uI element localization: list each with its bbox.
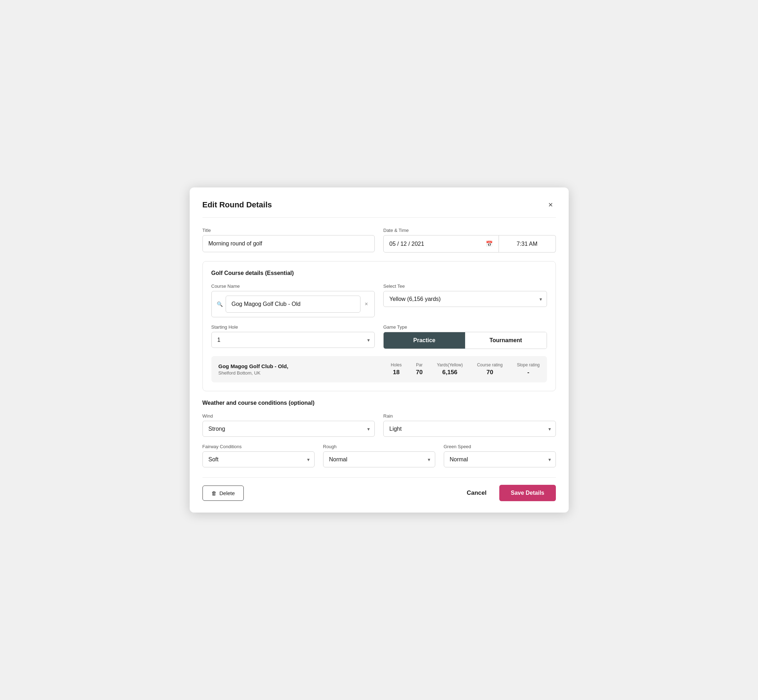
cancel-button[interactable]: Cancel <box>459 485 493 501</box>
trash-icon: 🗑 <box>211 490 217 496</box>
conditions-section: Weather and course conditions (optional)… <box>202 400 556 467</box>
course-info-row: Gog Magog Golf Club - Old, Shelford Bott… <box>211 356 547 382</box>
date-value: 05 / 12 / 2021 <box>389 241 424 247</box>
starting-hole-container: 1 2 3 4 5 6 7 8 9 10 ▾ <box>211 332 375 348</box>
holes-value: 18 <box>391 369 402 376</box>
slope-rating-stat: Slope rating - <box>517 362 539 376</box>
holes-label: Holes <box>391 362 402 367</box>
course-info-name: Gog Magog Golf Club - Old, <box>219 363 377 369</box>
game-type-field-group: Game Type Practice Tournament <box>383 324 547 349</box>
wind-select-container: Calm Light Moderate Strong Very Strong ▾ <box>202 421 375 437</box>
calendar-icon: 📅 <box>486 241 493 247</box>
course-details-section: Golf Course details (Essential) Course N… <box>202 261 556 391</box>
wind-rain-row: Wind Calm Light Moderate Strong Very Str… <box>202 413 556 437</box>
fairway-field-group: Fairway Conditions Firm Normal Soft Wet … <box>202 444 315 467</box>
rain-select-container: None Light Moderate Heavy ▾ <box>383 421 556 437</box>
course-section-title: Golf Course details (Essential) <box>211 270 547 277</box>
green-speed-select-container: Slow Normal Fast Very Fast ▾ <box>444 452 556 467</box>
course-name-field-group: Course Name 🔍 × <box>211 283 375 317</box>
select-tee-dropdown[interactable]: Yellow (6,156 yards) White Red Blue <box>383 291 547 307</box>
delete-button[interactable]: 🗑 Delete <box>202 486 244 501</box>
starting-hole-field-group: Starting Hole 1 2 3 4 5 6 7 8 9 10 ▾ <box>211 324 375 349</box>
conditions-title: Weather and course conditions (optional) <box>202 400 556 406</box>
title-field-group: Title <box>202 228 375 253</box>
conditions-three-col: Fairway Conditions Firm Normal Soft Wet … <box>202 444 556 467</box>
date-input[interactable]: 05 / 12 / 2021 📅 <box>383 235 499 253</box>
top-row: Title Date & Time 05 / 12 / 2021 📅 7:31 … <box>202 228 556 253</box>
course-info-location: Shelford Bottom, UK <box>219 370 377 376</box>
rough-label: Rough <box>323 444 435 449</box>
course-rating-stat: Course rating 70 <box>477 362 503 376</box>
date-time-field-group: Date & Time 05 / 12 / 2021 📅 7:31 AM <box>383 228 556 253</box>
course-name-block: Gog Magog Golf Club - Old, Shelford Bott… <box>219 363 377 376</box>
yards-label: Yards(Yellow) <box>437 362 463 367</box>
slope-rating-label: Slope rating <box>517 362 539 367</box>
hole-gametype-row: Starting Hole 1 2 3 4 5 6 7 8 9 10 ▾ <box>211 324 547 349</box>
title-label: Title <box>202 228 375 233</box>
edit-round-modal: Edit Round Details × Title Date & Time 0… <box>190 188 568 512</box>
rough-field-group: Rough Short Normal Long ▾ <box>323 444 435 467</box>
search-icon: 🔍 <box>217 301 223 307</box>
course-name-input-wrap[interactable]: 🔍 × <box>211 291 375 317</box>
footer-row: 🗑 Delete Cancel Save Details <box>202 477 556 501</box>
save-button[interactable]: Save Details <box>499 485 556 501</box>
green-speed-field-group: Green Speed Slow Normal Fast Very Fast ▾ <box>444 444 556 467</box>
par-label: Par <box>416 362 423 367</box>
course-rating-value: 70 <box>477 369 503 376</box>
fairway-dropdown[interactable]: Firm Normal Soft Wet <box>202 452 315 467</box>
fairway-label: Fairway Conditions <box>202 444 315 449</box>
rain-label: Rain <box>383 413 556 419</box>
rain-dropdown[interactable]: None Light Moderate Heavy <box>383 421 556 437</box>
course-name-label: Course Name <box>211 283 375 289</box>
green-speed-label: Green Speed <box>444 444 556 449</box>
holes-stat: Holes 18 <box>391 362 402 376</box>
slope-rating-value: - <box>517 369 539 376</box>
select-tee-field-group: Select Tee Yellow (6,156 yards) White Re… <box>383 283 547 317</box>
date-time-row: 05 / 12 / 2021 📅 7:31 AM <box>383 235 556 253</box>
game-type-label: Game Type <box>383 324 547 330</box>
footer-right: Cancel Save Details <box>459 485 556 501</box>
par-stat: Par 70 <box>416 362 423 376</box>
date-time-label: Date & Time <box>383 228 556 233</box>
modal-title: Edit Round Details <box>202 200 272 209</box>
wind-field-group: Wind Calm Light Moderate Strong Very Str… <box>202 413 375 437</box>
select-tee-label: Select Tee <box>383 283 547 289</box>
delete-label: Delete <box>219 490 235 496</box>
wind-label: Wind <box>202 413 375 419</box>
course-rating-label: Course rating <box>477 362 503 367</box>
modal-header: Edit Round Details × <box>202 199 556 218</box>
title-input[interactable] <box>202 235 375 252</box>
time-input[interactable]: 7:31 AM <box>499 235 556 253</box>
par-value: 70 <box>416 369 423 376</box>
yards-stat: Yards(Yellow) 6,156 <box>437 362 463 376</box>
wind-dropdown[interactable]: Calm Light Moderate Strong Very Strong <box>202 421 375 437</box>
rough-select-container: Short Normal Long ▾ <box>323 452 435 467</box>
green-speed-dropdown[interactable]: Slow Normal Fast Very Fast <box>444 452 556 467</box>
course-name-input[interactable] <box>226 295 360 312</box>
time-value: 7:31 AM <box>517 241 538 247</box>
yards-value: 6,156 <box>437 369 463 376</box>
close-button[interactable]: × <box>545 199 556 211</box>
rough-dropdown[interactable]: Short Normal Long <box>323 452 435 467</box>
starting-hole-dropdown[interactable]: 1 2 3 4 5 6 7 8 9 10 <box>211 332 375 348</box>
clear-course-button[interactable]: × <box>363 301 370 307</box>
select-tee-container: Yellow (6,156 yards) White Red Blue ▾ <box>383 291 547 307</box>
fairway-select-container: Firm Normal Soft Wet ▾ <box>202 452 315 467</box>
course-tee-row: Course Name 🔍 × Select Tee Yellow (6,156… <box>211 283 547 317</box>
rain-field-group: Rain None Light Moderate Heavy ▾ <box>383 413 556 437</box>
game-type-toggle: Practice Tournament <box>383 332 547 349</box>
starting-hole-label: Starting Hole <box>211 324 375 330</box>
tournament-toggle-button[interactable]: Tournament <box>465 332 547 348</box>
practice-toggle-button[interactable]: Practice <box>384 332 465 348</box>
